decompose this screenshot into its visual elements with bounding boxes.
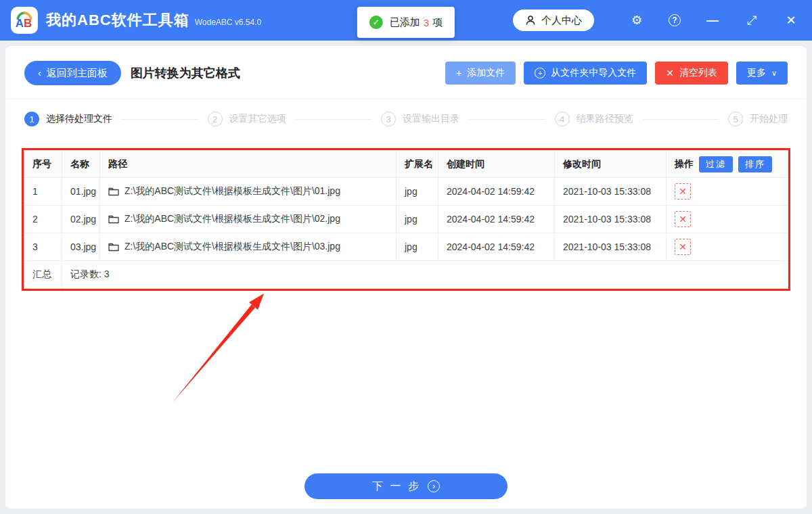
toolbar: ‹ 返回到主面板 图片转换为其它格式 + 添加文件 + 从文件夹中导入文件 ✕ … <box>5 46 807 99</box>
cell-index: 2 <box>24 206 62 233</box>
person-icon <box>525 15 536 26</box>
cell-modified: 2021-10-03 15:33:08 <box>555 178 667 206</box>
chevron-left-icon: ‹ <box>38 68 41 78</box>
more-label: 更多 <box>747 67 766 79</box>
toolbar-actions: + 添加文件 + 从文件夹中导入文件 ✕ 清空列表 更多 ∨ <box>445 62 788 85</box>
red-annotation-box: 序号 名称 路径 扩展名 创建时间 修改时间 操作 过滤 排序 <box>22 148 790 291</box>
step-label: 选择待处理文件 <box>46 113 112 125</box>
header-modified: 修改时间 <box>555 151 667 178</box>
table-header-row: 序号 名称 路径 扩展名 创建时间 修改时间 操作 过滤 排序 <box>24 151 788 178</box>
step-3: 3 设置输出目录 <box>381 112 459 126</box>
app-version: WodeABC v6.54.0 <box>195 18 262 27</box>
next-step-button[interactable]: 下 一 步 › <box>304 473 508 499</box>
circle-plus-icon: + <box>535 68 545 78</box>
page-title: 图片转换为其它格式 <box>131 65 240 81</box>
cell-path: Z:\我的ABC测试文件\根据模板生成文件\图片\02.jpg <box>100 206 397 233</box>
added-items-toast: ✓ 已添加 3 项 <box>357 7 455 38</box>
titlebar-right: 个人中心 ⚙ ? — ⤢ ✕ <box>513 9 798 31</box>
step-connector <box>469 119 545 120</box>
cell-ext: jpg <box>397 206 438 233</box>
add-files-button[interactable]: + 添加文件 <box>445 62 516 85</box>
cell-created: 2024-04-02 14:59:42 <box>438 178 555 206</box>
remove-file-button[interactable]: ✕ <box>675 211 691 227</box>
file-path: Z:\我的ABC测试文件\根据模板生成文件\图片\02.jpg <box>125 213 340 225</box>
cell-name: 02.jpg <box>62 206 100 233</box>
remove-file-button[interactable]: ✕ <box>675 239 691 255</box>
header-path: 路径 <box>100 151 397 178</box>
step-label: 设置输出目录 <box>403 113 459 125</box>
file-table: 序号 名称 路径 扩展名 创建时间 修改时间 操作 过滤 排序 <box>24 150 788 289</box>
cell-path: Z:\我的ABC测试文件\根据模板生成文件\图片\03.jpg <box>100 233 397 261</box>
import-folder-label: 从文件夹中导入文件 <box>551 67 636 79</box>
cell-operations: ✕ <box>667 206 788 233</box>
profile-center-button[interactable]: 个人中心 <box>513 9 594 31</box>
summary-label: 汇总 <box>24 261 62 289</box>
chevron-down-icon: ∨ <box>771 69 777 78</box>
remove-file-button[interactable]: ✕ <box>675 183 691 200</box>
filter-button[interactable]: 过滤 <box>699 156 733 172</box>
close-icon[interactable]: ✕ <box>784 13 798 28</box>
settings-gear-icon[interactable]: ⚙ <box>629 13 644 28</box>
resize-icon[interactable]: ⤢ <box>744 13 759 28</box>
step-number: 1 <box>24 112 39 126</box>
cell-created: 2024-04-02 14:59:42 <box>438 233 555 261</box>
step-number: 4 <box>555 112 570 126</box>
clear-list-label: 清空列表 <box>679 67 717 79</box>
table-row: 1 01.jpg Z:\我的ABC测试文件\根据模板生成文件\图片\01.jpg… <box>24 178 788 206</box>
operations-label: 操作 <box>675 158 694 170</box>
step-label: 结果路径预览 <box>577 113 633 125</box>
file-path: Z:\我的ABC测试文件\根据模板生成文件\图片\03.jpg <box>125 241 340 253</box>
header-created: 创建时间 <box>438 151 555 178</box>
step-label: 开始处理 <box>750 113 788 125</box>
step-connector <box>643 119 719 120</box>
cell-modified: 2021-10-03 15:33:08 <box>555 233 667 261</box>
plus-icon: + <box>456 68 461 78</box>
app-title: 我的ABC软件工具箱 <box>46 10 189 30</box>
step-1: 1 选择待处理文件 <box>24 112 112 126</box>
summary-row: 汇总 记录数: 3 <box>24 261 788 289</box>
header-ext: 扩展名 <box>397 151 438 178</box>
x-icon: ✕ <box>666 68 674 78</box>
profile-label: 个人中心 <box>541 14 582 27</box>
cell-name: 03.jpg <box>62 233 100 261</box>
cell-ext: jpg <box>397 178 438 206</box>
help-icon[interactable]: ? <box>669 14 681 26</box>
step-connector <box>122 119 198 120</box>
step-number: 2 <box>208 112 223 126</box>
titlebar: A B 我的ABC软件工具箱 WodeABC v6.54.0 ✓ 已添加 3 项… <box>0 0 812 41</box>
step-number: 3 <box>381 112 396 126</box>
folder-icon <box>108 242 119 252</box>
add-files-label: 添加文件 <box>467 67 505 79</box>
table-row: 3 03.jpg Z:\我的ABC测试文件\根据模板生成文件\图片\03.jpg… <box>24 233 788 261</box>
back-label: 返回到主面板 <box>47 67 108 80</box>
file-path: Z:\我的ABC测试文件\根据模板生成文件\图片\01.jpg <box>125 185 340 197</box>
import-from-folder-button[interactable]: + 从文件夹中导入文件 <box>524 62 647 85</box>
success-check-icon: ✓ <box>369 16 383 29</box>
header-index: 序号 <box>24 151 62 178</box>
cell-operations: ✕ <box>667 178 788 206</box>
svg-text:B: B <box>24 17 32 30</box>
circle-arrow-right-icon: › <box>428 480 440 492</box>
more-button[interactable]: 更多 ∨ <box>736 62 788 85</box>
header-operations: 操作 过滤 排序 <box>667 151 788 178</box>
toast-prefix: 已添加 <box>390 16 420 29</box>
step-4: 4 结果路径预览 <box>555 112 633 126</box>
step-5: 5 开始处理 <box>728 112 788 126</box>
cell-modified: 2021-10-03 15:33:08 <box>555 206 667 233</box>
table-row: 2 02.jpg Z:\我的ABC测试文件\根据模板生成文件\图片\02.jpg… <box>24 206 788 233</box>
svg-text:A: A <box>16 17 24 30</box>
clear-list-button[interactable]: ✕ 清空列表 <box>655 62 728 85</box>
cell-created: 2024-04-02 14:59:42 <box>438 206 555 233</box>
folder-icon <box>108 214 119 224</box>
header-name: 名称 <box>62 151 100 178</box>
sort-button[interactable]: 排序 <box>738 156 772 172</box>
step-number: 5 <box>728 112 743 126</box>
cell-index: 1 <box>24 178 62 206</box>
cell-operations: ✕ <box>667 233 788 261</box>
step-2: 2 设置其它选项 <box>208 112 286 126</box>
step-label: 设置其它选项 <box>229 113 286 125</box>
back-to-dashboard-button[interactable]: ‹ 返回到主面板 <box>24 61 121 85</box>
app-logo-icon: A B <box>11 7 38 34</box>
toast-suffix: 项 <box>432 16 443 29</box>
minimize-icon[interactable]: — <box>705 13 720 28</box>
